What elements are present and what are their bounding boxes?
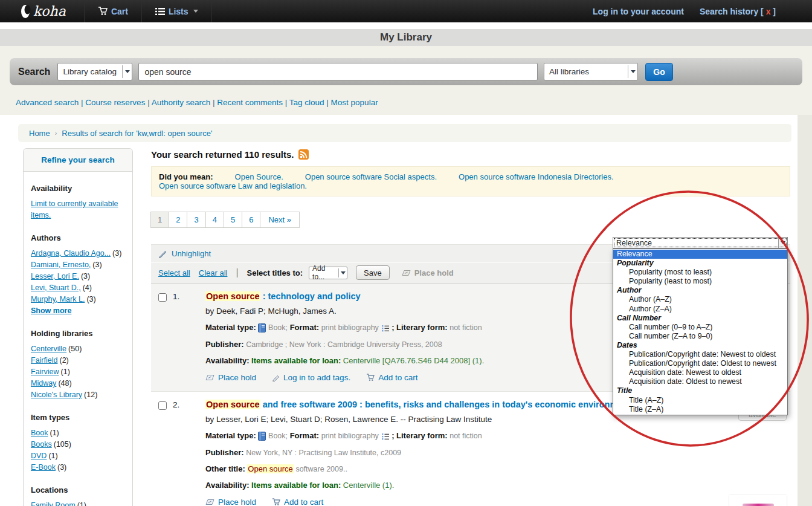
availability-value: Centerville [QA76.76.S46 D44 2008] (1). [343, 356, 484, 365]
highlighter-icon [158, 250, 167, 258]
nav-most-popular[interactable]: Most popular [331, 98, 378, 107]
other-title-value: software 2009.. [295, 465, 347, 473]
library-select[interactable]: All libraries [544, 63, 638, 80]
sort-option-relevance[interactable]: Relevance [613, 250, 787, 259]
sort-option[interactable]: Publication/Copyright date: Newest to ol… [613, 350, 787, 359]
suggestion-link[interactable]: Open Source. [235, 172, 283, 181]
result-checkbox[interactable] [158, 293, 167, 302]
add-to-cart-label: Add to cart [284, 498, 323, 506]
literary-form-label: ; Literary form: [392, 323, 447, 332]
breadcrumb-home-link[interactable]: Home [29, 129, 50, 138]
facet-location-link[interactable]: Family Room [31, 501, 76, 506]
facet-library-link[interactable]: Centerville [31, 345, 66, 353]
facet-author-link[interactable]: Murphy, Mark L. [31, 295, 85, 303]
sort-option[interactable]: Author (A–Z) [613, 295, 787, 304]
material-type-value: Book; [268, 323, 288, 332]
library-select-value: All libraries [549, 67, 589, 76]
facet-itemtype-link[interactable]: Book [31, 429, 48, 437]
did-you-mean-label: Did you mean: [159, 172, 213, 181]
spacer [0, 22, 812, 29]
suggestion-link[interactable]: Open source software Social aspects. [305, 172, 437, 181]
nav-course-reserves[interactable]: Course reserves [85, 98, 151, 107]
add-to-select[interactable]: Add to... [309, 267, 347, 279]
page-link[interactable]: 5 [224, 212, 242, 228]
facet-author-link[interactable]: Lesser, Lori E. [31, 272, 79, 281]
koha-logo[interactable]: koha [21, 4, 66, 19]
sort-option[interactable]: Call number (Z–A to 9–0) [613, 332, 787, 341]
suggestion-link[interactable]: Open source software Law and legislation… [159, 181, 307, 190]
cart-add-icon [366, 374, 375, 381]
facet-itemtype-link[interactable]: Books [31, 440, 52, 449]
sort-option[interactable]: Title (Z–A) [613, 405, 787, 414]
result-actions: Place hold Add to cart [205, 498, 783, 506]
add-to-cart-link[interactable]: Add to cart [272, 498, 323, 506]
nav-advanced-search[interactable]: Advanced search [16, 98, 85, 107]
page-next-link[interactable]: Next » [260, 212, 300, 228]
catalog-type-select[interactable]: Library catalog [57, 63, 132, 80]
items-available-label: Items available for loan: [251, 356, 341, 365]
nav-tag-cloud[interactable]: Tag cloud [289, 98, 331, 107]
suggestion-link[interactable]: Open source software Indonesia Directori… [459, 172, 614, 181]
sort-option[interactable]: Publication/Copyright date: Oldest to ne… [613, 359, 787, 368]
nav-recent-comments[interactable]: Recent comments [217, 98, 289, 107]
availability-value: Centerville (1). [343, 481, 395, 490]
material-type-label: Material type: [205, 431, 256, 440]
go-button[interactable]: Go [645, 63, 673, 81]
sort-option[interactable]: Popularity (least to most) [613, 277, 787, 286]
limit-available-link[interactable]: Limit to currently available items. [31, 199, 118, 219]
sort-option[interactable]: Call number (0–9 to A–Z) [613, 323, 787, 332]
breadcrumb-current: Results of search for 'kw,wrdl: open sou… [62, 129, 212, 138]
divider: | [236, 267, 238, 278]
search-history-link[interactable]: Search history [ x ] [700, 7, 776, 16]
result-checkbox[interactable] [158, 401, 167, 410]
place-hold-icon [205, 374, 214, 381]
cart-button[interactable]: Cart [85, 0, 141, 22]
clear-all-link[interactable]: Clear all [199, 268, 228, 277]
facet-count: (1) [61, 368, 70, 376]
bibliography-icon [381, 433, 390, 440]
facet-itemtype: Book(1) [31, 427, 125, 439]
save-button[interactable]: Save [356, 265, 390, 280]
page-link[interactable]: 2 [169, 212, 187, 228]
lists-menu-button[interactable]: Lists [142, 0, 211, 22]
facet-author-link[interactable]: Ardagna, Claudio Ago... [31, 249, 111, 258]
login-link[interactable]: Log in to your account [593, 7, 684, 16]
add-tags-link[interactable]: Log in to add tags. [272, 373, 350, 382]
show-more-authors-link[interactable]: Show more [31, 307, 71, 315]
add-to-cart-link[interactable]: Add to cart [366, 373, 417, 382]
breadcrumb: Home › Results of search for 'kw,wrdl: o… [18, 124, 791, 142]
page-link[interactable]: 3 [187, 212, 205, 228]
sort-option[interactable]: Title (A–Z) [613, 396, 787, 405]
catalog-type-value: Library catalog [63, 67, 117, 76]
rss-icon[interactable] [298, 149, 309, 160]
search-input[interactable] [138, 63, 538, 80]
facet-itemtype-link[interactable]: E-Book [31, 463, 56, 472]
sort-selected-value: Relevance [616, 239, 652, 247]
availability-label: Availability: [205, 356, 249, 365]
facet-count: (3) [92, 261, 102, 269]
facet-library-link[interactable]: Fairview [31, 368, 59, 376]
nav-authority-search[interactable]: Authority search [152, 98, 218, 107]
facet-library-link[interactable]: Nicole's Library [31, 391, 82, 399]
sort-option[interactable]: Acquisition date: Oldest to newest [613, 377, 787, 386]
sort-option[interactable]: Acquisition date: Newest to oldest [613, 368, 787, 377]
facet-library-link[interactable]: Fairfield [31, 356, 57, 365]
place-hold-link[interactable]: Place hold [205, 498, 256, 506]
place-hold-link[interactable]: Place hold [205, 373, 256, 382]
facet-author: Ardagna, Claudio Ago...(3) [31, 248, 125, 259]
facet-author-link[interactable]: Levi, Stuart D., [31, 284, 81, 292]
unhighlight-link[interactable]: Unhighlight [172, 249, 211, 258]
result-title-link[interactable]: Open source : technology and policy [205, 291, 361, 301]
clear-search-history-button[interactable]: x [766, 7, 771, 16]
sort-option[interactable]: Popularity (most to least) [613, 268, 787, 277]
facet-itemtype-link[interactable]: DVD [31, 452, 47, 460]
breadcrumb-separator: › [55, 129, 57, 137]
facet-author-link[interactable]: Damiani, Ernesto, [31, 261, 91, 269]
page-link[interactable]: 6 [242, 212, 260, 228]
facet-library-link[interactable]: Midway [31, 379, 56, 388]
sort-select[interactable]: Relevance [613, 237, 788, 248]
select-all-link[interactable]: Select all [158, 268, 190, 277]
result-title-link[interactable]: Open source and free software 2009 : ben… [205, 400, 631, 409]
page-link[interactable]: 4 [205, 212, 224, 228]
sort-option[interactable]: Author (Z–A) [613, 305, 787, 314]
